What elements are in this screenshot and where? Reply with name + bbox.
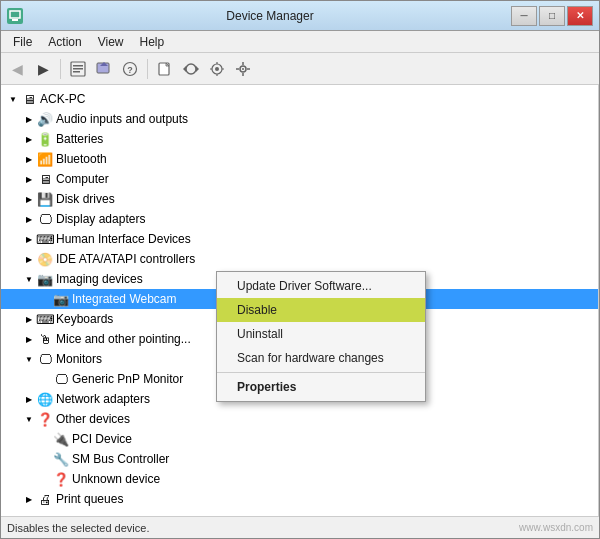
mice-icon: 🖱: [37, 331, 53, 347]
monitors-label: Monitors: [56, 352, 102, 366]
ctx-uninstall[interactable]: Uninstall: [217, 322, 425, 346]
update-driver-button[interactable]: [92, 57, 116, 81]
expand-display[interactable]: ▶: [21, 211, 37, 227]
expand-disk[interactable]: ▶: [21, 191, 37, 207]
other-icon: ❓: [37, 411, 53, 427]
status-bar: Disables the selected device. www.wsxdn.…: [1, 516, 599, 538]
root-label: ACK-PC: [40, 92, 85, 106]
tree-disk[interactable]: ▶ 💾 Disk drives: [1, 189, 598, 209]
context-menu: Update Driver Software... Disable Uninst…: [216, 271, 426, 402]
expand-audio[interactable]: ▶: [21, 111, 37, 127]
properties-button[interactable]: [66, 57, 90, 81]
expand-other[interactable]: ▼: [21, 411, 37, 427]
expand-imaging[interactable]: ▼: [21, 271, 37, 287]
svg-text:?: ?: [127, 65, 133, 75]
tree-pci[interactable]: 🔌 PCI Device: [1, 429, 598, 449]
expand-root[interactable]: ▼: [5, 91, 21, 107]
ctx-update-driver[interactable]: Update Driver Software...: [217, 274, 425, 298]
expand-print[interactable]: ▶: [21, 491, 37, 507]
audio-label: Audio inputs and outputs: [56, 112, 188, 126]
expand-bluetooth[interactable]: ▶: [21, 151, 37, 167]
status-text: Disables the selected device.: [7, 522, 149, 534]
maximize-button[interactable]: □: [539, 6, 565, 26]
svg-rect-3: [73, 65, 83, 67]
ctx-properties[interactable]: Properties: [217, 375, 425, 399]
smbus-label: SM Bus Controller: [72, 452, 169, 466]
ide-label: IDE ATA/ATAPI controllers: [56, 252, 195, 266]
generic-monitor-icon: 🖵: [53, 371, 69, 387]
device-manager-window: Device Manager ─ □ ✕ File Action View He…: [0, 0, 600, 539]
expand-mice[interactable]: ▶: [21, 331, 37, 347]
imaging-label: Imaging devices: [56, 272, 143, 286]
disk-label: Disk drives: [56, 192, 115, 206]
refresh-button[interactable]: [179, 57, 203, 81]
tree-batteries[interactable]: ▶ 🔋 Batteries: [1, 129, 598, 149]
hid-label: Human Interface Devices: [56, 232, 191, 246]
back-button[interactable]: ◀: [5, 57, 29, 81]
webcam-icon: 📷: [53, 291, 69, 307]
network-label: Network adapters: [56, 392, 150, 406]
computer-icon: 🖥: [37, 171, 53, 187]
tree-computer[interactable]: ▶ 🖥 Computer: [1, 169, 598, 189]
monitors-icon: 🖵: [37, 351, 53, 367]
svg-rect-5: [73, 71, 80, 73]
keyboards-label: Keyboards: [56, 312, 113, 326]
menu-help[interactable]: Help: [132, 33, 173, 51]
minimize-button[interactable]: ─: [511, 6, 537, 26]
settings-button[interactable]: [231, 57, 255, 81]
display-label: Display adapters: [56, 212, 145, 226]
menu-view[interactable]: View: [90, 33, 132, 51]
toolbar-sep-1: [60, 59, 61, 79]
ctx-scan[interactable]: Scan for hardware changes: [217, 346, 425, 370]
tree-print[interactable]: ▶ 🖨 Print queues: [1, 489, 598, 509]
tree-unknown[interactable]: ❓ Unknown device: [1, 469, 598, 489]
window-controls: ─ □ ✕: [511, 6, 593, 26]
pci-icon: 🔌: [53, 431, 69, 447]
pc-icon: 🖥: [21, 91, 37, 107]
bluetooth-icon: 📶: [37, 151, 53, 167]
tree-root[interactable]: ▼ 🖥 ACK-PC: [1, 89, 598, 109]
expand-webcam: [37, 291, 53, 307]
print-label: Print queues: [56, 492, 123, 506]
svg-rect-4: [73, 68, 83, 70]
svg-rect-1: [12, 19, 18, 21]
ctx-disable[interactable]: Disable: [217, 298, 425, 322]
tree-ide[interactable]: ▶ 📀 IDE ATA/ATAPI controllers: [1, 249, 598, 269]
ide-icon: 📀: [37, 251, 53, 267]
unknown-label: Unknown device: [72, 472, 160, 486]
svg-marker-13: [183, 66, 186, 72]
tree-smbus[interactable]: 🔧 SM Bus Controller: [1, 449, 598, 469]
tree-other[interactable]: ▼ ❓ Other devices: [1, 409, 598, 429]
scan-button[interactable]: [205, 57, 229, 81]
expand-ide[interactable]: ▶: [21, 251, 37, 267]
forward-button[interactable]: ▶: [31, 57, 55, 81]
audio-icon: 🔊: [37, 111, 53, 127]
batteries-label: Batteries: [56, 132, 103, 146]
menu-action[interactable]: Action: [40, 33, 89, 51]
expand-unknown: [37, 471, 53, 487]
watermark: www.wsxdn.com: [519, 522, 593, 533]
tree-hid[interactable]: ▶ ⌨ Human Interface Devices: [1, 229, 598, 249]
expand-monitors[interactable]: ▼: [21, 351, 37, 367]
close-button[interactable]: ✕: [567, 6, 593, 26]
expand-pci: [37, 431, 53, 447]
generic-monitor-label: Generic PnP Monitor: [72, 372, 183, 386]
menu-file[interactable]: File: [5, 33, 40, 51]
expand-computer[interactable]: ▶: [21, 171, 37, 187]
smbus-icon: 🔧: [53, 451, 69, 467]
computer-label: Computer: [56, 172, 109, 186]
new-button[interactable]: [153, 57, 177, 81]
toolbar-sep-2: [147, 59, 148, 79]
unknown-icon: ❓: [53, 471, 69, 487]
ctx-separator: [217, 372, 425, 373]
window-title: Device Manager: [29, 9, 511, 23]
tree-display[interactable]: ▶ 🖵 Display adapters: [1, 209, 598, 229]
tree-bluetooth[interactable]: ▶ 📶 Bluetooth: [1, 149, 598, 169]
tree-audio[interactable]: ▶ 🔊 Audio inputs and outputs: [1, 109, 598, 129]
expand-generic-monitor: [37, 371, 53, 387]
expand-batteries[interactable]: ▶: [21, 131, 37, 147]
help-button[interactable]: ?: [118, 57, 142, 81]
batteries-icon: 🔋: [37, 131, 53, 147]
network-icon: 🌐: [37, 391, 53, 407]
expand-network[interactable]: ▶: [21, 391, 37, 407]
